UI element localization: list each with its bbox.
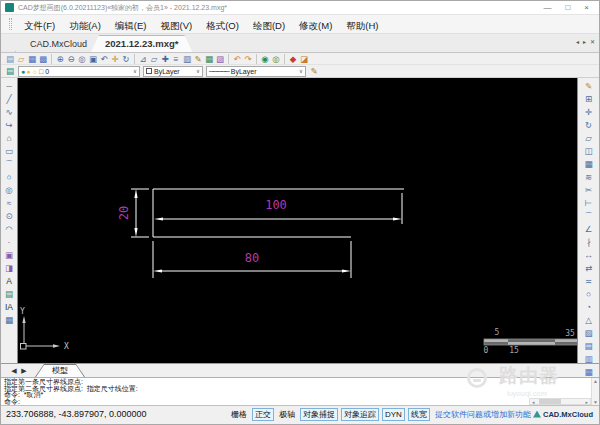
scale-icon[interactable]: ▱ <box>582 132 595 145</box>
maximize-button[interactable]: □ <box>565 3 570 13</box>
polygon-icon[interactable]: ⌂ <box>3 132 16 145</box>
tab-cad-mxcloud[interactable]: CAD.MxCloud <box>15 35 101 52</box>
linetype-dropdown[interactable]: ───── ByLayer ∨ <box>206 66 306 77</box>
command-line-panel[interactable]: 指定第一条尺寸界线原点:指定第二条尺寸界线原点: 指定尺寸线位置:命令: *取消… <box>1 377 599 405</box>
lengthen-icon[interactable]: ⇄ <box>582 262 595 275</box>
copy-icon[interactable]: ⊞ <box>582 93 595 106</box>
scrollbar-thumb[interactable] <box>539 399 561 404</box>
menu-item[interactable]: 功能(A) <box>62 17 108 34</box>
command-horizontal-scrollbar[interactable]: ◂ ▸ <box>529 398 591 405</box>
edit-pencil-icon[interactable]: ✎ <box>582 80 595 93</box>
menu-item[interactable]: 视图(V) <box>153 17 199 34</box>
tab-scroll-right-icon[interactable]: ▸ <box>583 38 586 45</box>
measure-icon[interactable]: ⊿ <box>138 54 148 64</box>
move-icon[interactable]: ✛ <box>582 106 595 119</box>
tab-close-icon[interactable]: ✕ <box>590 38 595 45</box>
arc-icon[interactable]: ⌒ <box>3 158 16 171</box>
menu-item[interactable]: 格式(O) <box>199 17 246 34</box>
menu-item[interactable]: 绘图(D) <box>246 17 292 34</box>
update-icon[interactable]: ◎ <box>271 54 281 64</box>
table-icon[interactable]: ▦ <box>204 54 214 64</box>
join-icon[interactable]: ≍ <box>582 275 595 288</box>
insert-block-icon[interactable]: ◨ <box>3 262 16 275</box>
menu-item[interactable]: 文件(F) <box>17 17 62 34</box>
layout-next-icon[interactable]: ▶ <box>19 367 29 375</box>
offset-icon[interactable]: ≋ <box>582 171 595 184</box>
block-icon[interactable]: ▣ <box>3 249 16 262</box>
save-all-icon[interactable]: ▩ <box>38 54 48 64</box>
scroll-left-icon[interactable]: ◂ <box>530 399 537 405</box>
line-icon[interactable]: ╱ <box>3 93 16 106</box>
close-button[interactable]: × <box>584 3 589 13</box>
linetype-edit-icon[interactable]: ✎ <box>309 66 319 76</box>
zoom-extents-icon[interactable]: ◎ <box>77 54 87 64</box>
undo-icon[interactable]: ↶ <box>232 54 242 64</box>
rotate-icon[interactable]: ↻ <box>582 119 595 132</box>
properties-icon[interactable]: ▥ <box>182 54 192 64</box>
text-icon[interactable]: A <box>3 275 16 288</box>
layer-state-1-icon[interactable]: ▤ <box>582 340 595 353</box>
model-tab[interactable]: 模型 <box>35 364 85 377</box>
list-icon[interactable]: ≡ <box>171 54 181 64</box>
stretch-icon[interactable]: ↔ <box>582 249 595 262</box>
menu-item[interactable]: 修改(M) <box>292 17 339 34</box>
extend-icon[interactable]: ⊢ <box>582 197 595 210</box>
web-icon[interactable]: ◉ <box>260 54 270 64</box>
status-toggle[interactable]: 对象捕捉 <box>300 408 338 421</box>
regen-icon[interactable]: ↻ <box>121 54 131 64</box>
area-icon[interactable]: ▱ <box>149 54 159 64</box>
scroll-down-icon[interactable]: ▼ <box>593 399 598 405</box>
zoom-in-icon[interactable]: ⊕ <box>55 54 65 64</box>
zoom-window-icon[interactable]: ▣ <box>88 54 98 64</box>
array-icon[interactable]: ▦ <box>582 158 595 171</box>
redo-icon[interactable]: ↷ <box>243 54 253 64</box>
match-properties-icon[interactable]: ✎ <box>193 54 203 64</box>
command-vertical-scrollbar[interactable]: ▲ ▼ <box>591 378 599 405</box>
scroll-up-icon[interactable]: ▲ <box>593 378 598 384</box>
minimize-button[interactable]: — <box>543 3 551 13</box>
menu-item[interactable]: 帮助(H) <box>339 17 385 34</box>
chamfer-icon[interactable]: ∠ <box>582 223 595 236</box>
revcloud-icon[interactable]: ↪ <box>3 119 16 132</box>
zoom-out-icon[interactable]: ⊖ <box>66 54 76 64</box>
donut-icon[interactable]: ◎ <box>3 184 16 197</box>
layer-state-2-icon[interactable]: ▥ <box>582 353 595 366</box>
status-toggle[interactable]: 正交 <box>252 408 274 421</box>
status-toggle[interactable]: 极轴 <box>277 409 297 420</box>
polyline-icon[interactable]: ∿ <box>3 106 16 119</box>
rectangle-icon[interactable]: ▭ <box>3 145 16 158</box>
pan-icon[interactable]: ✛ <box>110 54 120 64</box>
new-icon[interactable]: ▤ <box>5 54 15 64</box>
polygon-edit-icon[interactable]: △ <box>582 314 595 327</box>
circle-icon[interactable]: ○ <box>3 171 16 184</box>
dwg-export-icon[interactable]: ◪ <box>299 54 309 64</box>
open-icon[interactable]: ▱ <box>16 54 26 64</box>
save-icon[interactable]: ▦ <box>27 54 37 64</box>
scroll-right-icon[interactable]: ▸ <box>583 399 590 405</box>
fillet-icon[interactable]: ⌒ <box>582 210 595 223</box>
trim-icon[interactable]: ✂ <box>582 184 595 197</box>
status-toggle[interactable]: 对象追踪 <box>341 408 379 421</box>
menu-item[interactable]: 编辑(E) <box>108 17 154 34</box>
drawing-canvas[interactable]: 100 20 80 <box>18 78 577 363</box>
point-icon[interactable]: · <box>3 236 16 249</box>
zoom-previous-icon[interactable]: ↶ <box>99 54 109 64</box>
field-text-icon[interactable]: IA <box>3 301 16 314</box>
circle-edit-icon[interactable]: ○ <box>582 288 595 301</box>
hatch-icon[interactable]: ▦ <box>3 314 16 327</box>
ellipse-arc-icon[interactable]: ◠ <box>3 223 16 236</box>
mtext-icon[interactable]: ▤ <box>3 288 16 301</box>
ellipse-edit-icon[interactable]: ◔ <box>582 301 595 314</box>
spline-icon[interactable]: ≈ <box>3 197 16 210</box>
feedback-link[interactable]: 提交软件问题或增加新功能 <box>435 409 531 420</box>
layout-prev-icon[interactable]: ◀ <box>9 367 19 375</box>
construction-line-icon[interactable]: ┄ <box>3 80 16 93</box>
status-toggle[interactable]: 线宽 <box>408 408 430 421</box>
id-point-icon[interactable]: ✚ <box>160 54 170 64</box>
status-toggle[interactable]: DYN <box>382 408 405 421</box>
layer-manager-icon[interactable]: ▤ <box>5 66 15 76</box>
hatch-edit-icon[interactable]: ▧ <box>582 327 595 340</box>
mirror-icon[interactable]: ◫ <box>582 145 595 158</box>
break-icon[interactable]: ∤ <box>582 236 595 249</box>
ellipse-icon[interactable]: ⊙ <box>3 210 16 223</box>
